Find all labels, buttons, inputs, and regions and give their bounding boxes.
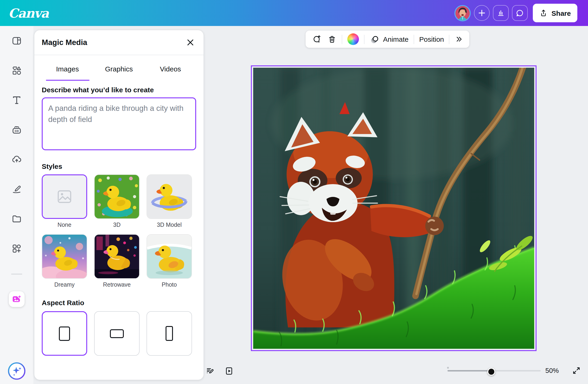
draw-icon bbox=[11, 184, 22, 195]
text-icon bbox=[11, 95, 22, 106]
delete-icon bbox=[327, 35, 337, 44]
style-option-photo[interactable]: Photo bbox=[147, 234, 192, 288]
style-option-3d-model[interactable]: 3D Model bbox=[147, 174, 192, 229]
aspect-option-square[interactable] bbox=[42, 311, 87, 356]
add-comment-button[interactable] bbox=[311, 33, 322, 45]
fullscreen-icon bbox=[572, 366, 581, 375]
comments-button[interactable] bbox=[512, 5, 528, 21]
zoom-slider-knob[interactable] bbox=[487, 368, 495, 376]
more-tools-button[interactable] bbox=[454, 34, 464, 44]
style-option-dreamy[interactable]: Dreamy bbox=[42, 234, 87, 288]
square-ratio-icon bbox=[59, 326, 70, 341]
rail-divider bbox=[11, 274, 22, 275]
elements-icon bbox=[11, 65, 22, 76]
style-caption: 3D bbox=[94, 222, 140, 229]
close-icon bbox=[186, 39, 194, 46]
position-label: Position bbox=[419, 35, 444, 43]
portrait-ratio-icon bbox=[166, 326, 173, 341]
style-option-none[interactable]: None bbox=[42, 174, 87, 229]
design-icon bbox=[11, 35, 22, 46]
style-caption: Dreamy bbox=[42, 281, 87, 288]
notes-icon bbox=[205, 366, 215, 376]
color-wheel-icon bbox=[347, 33, 359, 45]
sidebar-item-apps[interactable] bbox=[7, 239, 26, 258]
projects-icon bbox=[11, 213, 22, 224]
style-thumb-3d-model bbox=[147, 174, 192, 219]
zoom-level: 50% bbox=[545, 367, 564, 374]
sidebar-item-brand[interactable]: co bbox=[7, 121, 26, 139]
magic-media-panel: Magic Media Images Graphics Videos Descr… bbox=[34, 30, 204, 380]
sidebar-item-draw[interactable] bbox=[7, 180, 26, 198]
uploads-icon bbox=[11, 154, 22, 165]
zoom-slider-origin-dot bbox=[447, 367, 449, 369]
style-thumb-dreamy bbox=[42, 234, 87, 279]
position-button[interactable]: Position bbox=[418, 34, 445, 44]
close-panel-button[interactable] bbox=[184, 36, 196, 48]
user-avatar[interactable] bbox=[455, 5, 471, 21]
sidebar-item-magic-media[interactable] bbox=[9, 291, 24, 307]
tab-videos[interactable]: Videos bbox=[145, 55, 196, 82]
style-option-3d[interactable]: 3D bbox=[94, 174, 140, 229]
toolbar-divider bbox=[342, 35, 342, 44]
add-member-button[interactable] bbox=[474, 5, 490, 21]
panel-body: Describe what you’d like to create Style… bbox=[34, 86, 204, 356]
tab-graphics[interactable]: Graphics bbox=[93, 55, 145, 82]
notes-button[interactable] bbox=[205, 366, 215, 376]
landscape-ratio-icon bbox=[110, 329, 124, 338]
fullscreen-button[interactable] bbox=[572, 366, 581, 375]
panel-title: Magic Media bbox=[42, 38, 87, 47]
apps-icon bbox=[11, 243, 22, 254]
animate-label: Animate bbox=[383, 35, 409, 43]
styles-label: Styles bbox=[42, 162, 196, 170]
share-button[interactable]: Share bbox=[533, 4, 577, 22]
delete-button[interactable] bbox=[326, 34, 337, 45]
tab-images[interactable]: Images bbox=[42, 55, 93, 82]
panel-tabs: Images Graphics Videos bbox=[34, 55, 204, 82]
canva-logo[interactable]: Canva bbox=[8, 7, 49, 19]
sidebar-item-projects[interactable] bbox=[7, 210, 26, 228]
style-option-retrowave[interactable]: Retrowave bbox=[94, 234, 140, 288]
main-area: co bbox=[0, 26, 588, 384]
share-label: Share bbox=[552, 9, 571, 17]
style-caption: Retrowave bbox=[94, 281, 140, 288]
present-icon bbox=[224, 366, 234, 376]
sidebar-item-design[interactable] bbox=[7, 32, 26, 50]
aspect-ratio-label: Aspect Ratio bbox=[42, 299, 196, 307]
aspect-option-landscape[interactable] bbox=[94, 311, 140, 356]
panel-header: Magic Media bbox=[34, 30, 204, 55]
avatar-illustration bbox=[456, 6, 470, 20]
aspect-option-portrait[interactable] bbox=[147, 311, 192, 356]
magic-media-icon bbox=[12, 294, 22, 304]
color-button[interactable] bbox=[346, 32, 360, 46]
chevrons-right-icon bbox=[455, 35, 463, 43]
animate-button[interactable]: Animate bbox=[369, 33, 409, 45]
toolbar-divider bbox=[364, 35, 364, 44]
top-bar: Canva bbox=[0, 0, 588, 26]
style-thumb-photo bbox=[147, 234, 192, 279]
insights-button[interactable] bbox=[493, 5, 509, 21]
red-panda-image bbox=[253, 68, 534, 349]
toolbar-divider bbox=[414, 35, 414, 44]
comments-icon bbox=[515, 8, 525, 18]
canva-app: Canva bbox=[0, 0, 588, 384]
sidebar-item-assistant[interactable] bbox=[7, 362, 26, 380]
aspect-options bbox=[42, 311, 196, 356]
style-thumb-retrowave bbox=[94, 234, 140, 279]
present-button[interactable] bbox=[224, 366, 234, 376]
canvas-toolbar: Animate Position bbox=[306, 31, 469, 48]
sidebar-item-uploads[interactable] bbox=[7, 150, 26, 169]
style-caption: None bbox=[42, 222, 87, 229]
share-icon bbox=[540, 9, 548, 17]
plus-icon bbox=[477, 8, 487, 18]
insights-icon bbox=[496, 8, 506, 18]
canvas-selected-image[interactable] bbox=[251, 65, 537, 351]
animate-icon bbox=[370, 34, 380, 44]
svg-text:co: co bbox=[15, 129, 19, 133]
styles-row-1: None bbox=[42, 174, 196, 229]
prompt-textarea[interactable] bbox=[42, 97, 196, 150]
sidebar-item-text[interactable] bbox=[7, 91, 26, 109]
styles-row-2: Dreamy bbox=[42, 234, 196, 288]
side-rail: co bbox=[0, 26, 33, 384]
sidebar-item-elements[interactable] bbox=[7, 61, 26, 80]
comment-add-icon bbox=[312, 34, 321, 44]
